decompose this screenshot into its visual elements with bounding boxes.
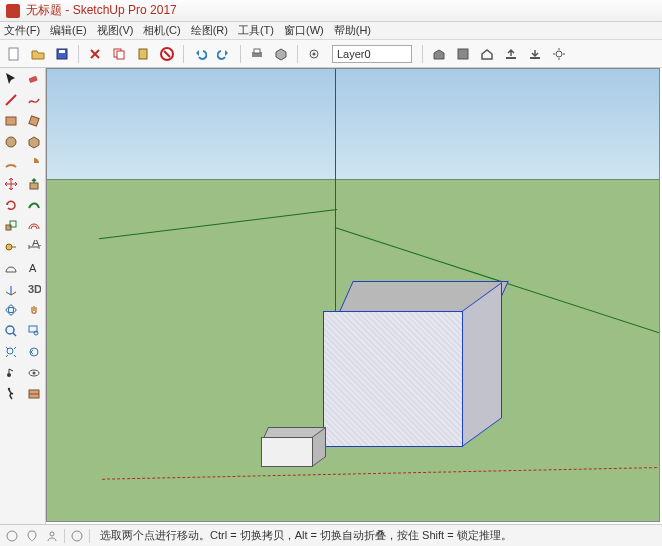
svg-text:A1: A1 [32, 240, 41, 248]
svg-rect-13 [530, 57, 540, 59]
rotate-icon[interactable] [1, 196, 21, 214]
user-icon[interactable] [44, 528, 60, 544]
menu-view[interactable]: 视图(V) [97, 23, 134, 38]
polygon-icon[interactable] [24, 133, 44, 151]
svg-point-27 [9, 305, 14, 315]
freehand-icon[interactable] [24, 91, 44, 109]
box-front-face [261, 437, 313, 467]
svg-rect-16 [6, 117, 16, 125]
layer-dropdown[interactable]: Layer0 [332, 45, 412, 63]
cut-icon[interactable] [85, 44, 105, 64]
svg-point-40 [72, 531, 82, 541]
3d-viewport[interactable] [46, 68, 660, 522]
axes-icon[interactable] [1, 280, 21, 298]
window-title: 无标题 - SketchUp Pro 2017 [26, 2, 177, 19]
svg-text:3D: 3D [28, 283, 41, 295]
model-icon[interactable] [271, 44, 291, 64]
offset-icon[interactable] [24, 217, 44, 235]
menu-camera[interactable]: 相机(C) [143, 23, 180, 38]
svg-rect-8 [254, 49, 260, 53]
redo-icon[interactable] [214, 44, 234, 64]
svg-point-18 [6, 137, 16, 147]
previous-icon[interactable] [24, 343, 44, 361]
main-toolbar: Layer0 [0, 40, 662, 68]
svg-point-39 [50, 532, 54, 536]
undo-icon[interactable] [190, 44, 210, 64]
zoomwindow-icon[interactable] [24, 322, 44, 340]
delete-icon[interactable] [157, 44, 177, 64]
svg-point-14 [556, 51, 562, 57]
pushpull-icon[interactable] [24, 175, 44, 193]
dimension-icon[interactable]: A1 [24, 238, 44, 256]
svg-rect-17 [29, 116, 39, 126]
rotated-rect-icon[interactable] [24, 112, 44, 130]
svg-point-33 [7, 373, 11, 377]
cube-front-face [323, 311, 463, 447]
settings-icon[interactable] [549, 44, 569, 64]
axis-red [102, 474, 660, 475]
layer-label: Layer0 [337, 48, 371, 60]
arc-icon[interactable] [1, 154, 21, 172]
svg-rect-19 [30, 183, 38, 189]
walk-icon[interactable] [1, 385, 21, 403]
open-file-icon[interactable] [28, 44, 48, 64]
scale-icon[interactable] [1, 217, 21, 235]
download-icon[interactable] [525, 44, 545, 64]
info-icon[interactable] [69, 528, 85, 544]
menu-draw[interactable]: 绘图(R) [191, 23, 228, 38]
svg-point-38 [7, 531, 17, 541]
upload-icon[interactable] [501, 44, 521, 64]
select-icon[interactable] [1, 70, 21, 88]
svg-point-35 [33, 372, 36, 375]
horizon-line [47, 179, 659, 180]
tape-icon[interactable] [1, 238, 21, 256]
status-hint: 选取两个点进行移动。Ctrl = 切换拷贝，Alt = 切换自动折叠，按住 Sh… [100, 528, 512, 543]
svg-rect-2 [59, 50, 65, 53]
extension-icon[interactable] [453, 44, 473, 64]
lookaround-icon[interactable] [24, 364, 44, 382]
menu-edit[interactable]: 编辑(E) [50, 23, 87, 38]
svg-rect-15 [29, 76, 38, 83]
svg-point-28 [6, 326, 14, 334]
circle-icon[interactable] [1, 133, 21, 151]
svg-text:A: A [29, 262, 37, 274]
rect-icon[interactable] [1, 112, 21, 130]
orbit-icon[interactable] [1, 301, 21, 319]
save-icon[interactable] [52, 44, 72, 64]
sky-background [47, 69, 659, 179]
eraser-icon[interactable] [24, 70, 44, 88]
layer-visibility-icon[interactable] [304, 44, 324, 64]
menu-file[interactable]: 文件(F) [4, 23, 40, 38]
map-icon[interactable] [4, 528, 20, 544]
zoomextents-icon[interactable] [1, 343, 21, 361]
move-icon[interactable] [1, 175, 21, 193]
followme-icon[interactable] [24, 196, 44, 214]
menu-window[interactable]: 窗口(W) [284, 23, 324, 38]
svg-rect-5 [139, 49, 147, 59]
menu-bar: 文件(F) 编辑(E) 视图(V) 相机(C) 绘图(R) 工具(T) 窗口(W… [0, 22, 662, 40]
line-icon[interactable] [1, 91, 21, 109]
menu-help[interactable]: 帮助(H) [334, 23, 371, 38]
svg-rect-12 [506, 57, 516, 59]
paste-icon[interactable] [133, 44, 153, 64]
pan-icon[interactable] [24, 301, 44, 319]
warehouse-icon[interactable] [429, 44, 449, 64]
text-icon[interactable]: A [24, 259, 44, 277]
copy-icon[interactable] [109, 44, 129, 64]
menu-tools[interactable]: 工具(T) [238, 23, 274, 38]
app-logo-icon [6, 4, 20, 18]
svg-point-10 [313, 52, 316, 55]
home-icon[interactable] [477, 44, 497, 64]
print-icon[interactable] [247, 44, 267, 64]
cube-side-face [462, 282, 502, 447]
axis-green [335, 227, 660, 228]
svg-point-36 [8, 388, 10, 390]
3dtext-icon[interactable]: 3D [24, 280, 44, 298]
protractor-icon[interactable] [1, 259, 21, 277]
new-file-icon[interactable] [4, 44, 24, 64]
zoom-icon[interactable] [1, 322, 21, 340]
section-icon[interactable] [24, 385, 44, 403]
geo-icon[interactable] [24, 528, 40, 544]
pie-icon[interactable] [24, 154, 44, 172]
position-icon[interactable] [1, 364, 21, 382]
